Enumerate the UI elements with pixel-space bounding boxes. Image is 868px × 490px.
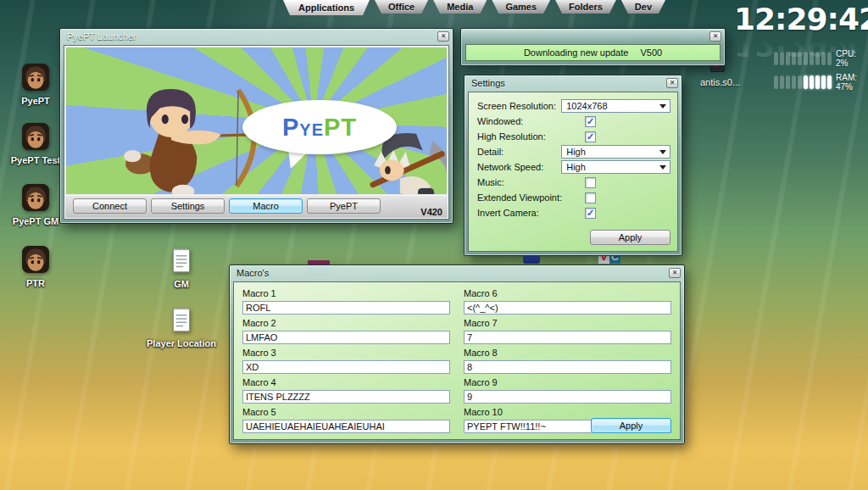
update-progress-bar: Downloading new update V500 bbox=[465, 44, 721, 61]
detail-dropdown[interactable]: High bbox=[561, 145, 670, 159]
desktop-icon-label: Player Location bbox=[142, 338, 220, 348]
macro-8-label: Macro 8 bbox=[464, 348, 671, 359]
settings-titlebar[interactable]: Settings ✕ bbox=[465, 75, 682, 90]
screen-resolution-label: Screen Resolution: bbox=[477, 101, 561, 111]
document-icon bbox=[167, 305, 196, 334]
cpu-label: CPU: bbox=[836, 49, 861, 58]
macro-4-input[interactable] bbox=[242, 390, 450, 404]
close-icon[interactable]: ✕ bbox=[709, 31, 721, 42]
macros-titlebar[interactable]: Macro's ✕ bbox=[230, 265, 684, 280]
invert-camera-checkbox[interactable]: ✓ bbox=[585, 208, 596, 219]
macro-8-input[interactable] bbox=[464, 360, 671, 374]
desktop-icon-label: PyePT bbox=[5, 96, 66, 106]
pyept-button[interactable]: PyePT bbox=[307, 198, 381, 214]
macro-3-input[interactable] bbox=[242, 360, 450, 374]
macros-apply-button[interactable]: Apply bbox=[591, 418, 671, 433]
tab-folders[interactable]: Folders bbox=[555, 0, 616, 14]
macros-content: Macro 1 Macro 2 Macro 3 Macro 4 bbox=[233, 281, 681, 440]
extended-viewpoint-label: Extended Viewpoint: bbox=[477, 192, 565, 203]
macro-1-label: Macro 1 bbox=[242, 288, 450, 299]
desktop: Applications Office Media Games Folders … bbox=[0, 0, 868, 50]
desktop-icon-player-location[interactable]: Player Location bbox=[142, 305, 220, 348]
screen-resolution-value: 1024x768 bbox=[566, 101, 607, 111]
close-icon[interactable]: ✕ bbox=[666, 78, 678, 88]
close-icon[interactable]: ✕ bbox=[437, 31, 449, 42]
macros-right-column: Macro 6 Macro 7 Macro 8 Macro 9 bbox=[464, 288, 671, 437]
macro-5-label: Macro 5 bbox=[242, 407, 450, 418]
network-speed-label: Network Speed: bbox=[477, 162, 561, 172]
chevron-down-icon bbox=[659, 104, 666, 109]
character-face-icon bbox=[21, 183, 50, 212]
updater-content: Downloading new update V500 bbox=[465, 44, 721, 61]
extended-viewpoint-checkbox[interactable] bbox=[585, 192, 596, 203]
macro-9-label: Macro 9 bbox=[464, 377, 671, 388]
macro-7-input[interactable] bbox=[464, 331, 671, 344]
launcher-titlebar[interactable]: PyePT Launcher ✕ bbox=[60, 29, 453, 43]
desktop-icon-label: PyePT GM bbox=[5, 216, 66, 226]
tab-games[interactable]: Games bbox=[492, 0, 550, 14]
launcher-version: V420 bbox=[420, 207, 442, 217]
macro-10-label: Macro 10 bbox=[464, 407, 671, 418]
desktop-icon-label: PTR bbox=[5, 278, 66, 288]
close-icon[interactable]: ✕ bbox=[669, 268, 681, 278]
tab-media[interactable]: Media bbox=[433, 0, 487, 14]
settings-window-title: Settings bbox=[471, 78, 505, 88]
chevron-down-icon bbox=[659, 150, 666, 154]
connect-button[interactable]: Connect bbox=[73, 198, 147, 214]
high-resolution-checkbox[interactable]: ✓ bbox=[585, 131, 596, 142]
tab-dev[interactable]: Dev bbox=[621, 0, 665, 14]
desktop-icon-label-partial[interactable]: antis.s0... bbox=[700, 77, 740, 87]
top-taskbar: Applications Office Media Games Folders … bbox=[283, 0, 665, 15]
cpu-meter: CPU: 2% bbox=[774, 49, 861, 68]
macro-6-input[interactable] bbox=[464, 301, 671, 315]
desktop-icon-label: PyePT Test bbox=[5, 155, 66, 165]
macros-left-column: Macro 1 Macro 2 Macro 3 Macro 4 bbox=[242, 288, 450, 437]
macro-button[interactable]: Macro bbox=[229, 198, 303, 214]
windowed-checkbox[interactable]: ✓ bbox=[585, 116, 596, 127]
macros-window: Macro's ✕ Macro 1 Macro 2 Macro 3 bbox=[229, 264, 685, 444]
desktop-icon-gm[interactable]: GM bbox=[151, 246, 212, 289]
high-resolution-label: High Resolution: bbox=[477, 131, 565, 142]
settings-content: Screen Resolution: 1024x768 Windowed: ✓ … bbox=[468, 92, 678, 252]
desktop-icon-pyept-test[interactable]: PyePT Test bbox=[5, 122, 66, 165]
updater-window: ✕ Downloading new update V500 bbox=[460, 28, 726, 66]
desktop-icon-ptr[interactable]: PTR bbox=[5, 245, 66, 288]
ram-value: 47% bbox=[836, 82, 861, 92]
macros-window-title: Macro's bbox=[236, 268, 269, 278]
macro-5-input[interactable] bbox=[242, 420, 450, 433]
speech-bubble: PyePT bbox=[242, 100, 397, 154]
pyept-logo: PyePT bbox=[282, 114, 357, 142]
network-speed-dropdown[interactable]: High bbox=[561, 160, 670, 174]
macro-7-label: Macro 7 bbox=[464, 318, 671, 329]
detail-value: High bbox=[566, 147, 586, 157]
updater-titlebar[interactable]: ✕ bbox=[461, 29, 725, 43]
ram-label: RAM: bbox=[836, 73, 861, 82]
macro-2-label: Macro 2 bbox=[242, 318, 450, 329]
macro-6-label: Macro 6 bbox=[464, 288, 671, 299]
tab-office[interactable]: Office bbox=[375, 0, 428, 14]
settings-apply-button[interactable]: Apply bbox=[590, 230, 670, 245]
tab-applications[interactable]: Applications bbox=[283, 0, 370, 15]
macro-3-label: Macro 3 bbox=[242, 348, 450, 359]
update-message: Downloading new update bbox=[524, 47, 629, 58]
desktop-icon-pyept[interactable]: PyePT bbox=[5, 63, 66, 106]
pyept-logo-green: PT bbox=[324, 114, 357, 141]
invert-camera-label: Invert Camera: bbox=[477, 208, 565, 218]
macro-1-input[interactable] bbox=[242, 301, 450, 315]
macro-2-input[interactable] bbox=[242, 331, 450, 344]
macro-9-input[interactable] bbox=[464, 390, 671, 404]
desktop-icon-label: GM bbox=[151, 279, 212, 289]
screen-resolution-dropdown[interactable]: 1024x768 bbox=[561, 99, 670, 113]
settings-window: Settings ✕ Screen Resolution: 1024x768 W… bbox=[464, 75, 682, 256]
desktop-icon-pyept-gm[interactable]: PyePT GM bbox=[5, 183, 66, 226]
chevron-down-icon bbox=[659, 165, 666, 170]
pyept-logo-blue: Pye bbox=[282, 114, 324, 141]
settings-button[interactable]: Settings bbox=[151, 198, 225, 214]
launcher-window: PyePT Launcher ✕ bbox=[59, 28, 453, 224]
ram-meter: RAM: 47% bbox=[774, 73, 861, 92]
windowed-label: Windowed: bbox=[477, 116, 565, 126]
document-icon bbox=[167, 246, 196, 275]
character-face-icon bbox=[21, 63, 50, 92]
launcher-window-title: PyePT Launcher bbox=[67, 31, 136, 42]
music-checkbox[interactable] bbox=[585, 177, 596, 188]
